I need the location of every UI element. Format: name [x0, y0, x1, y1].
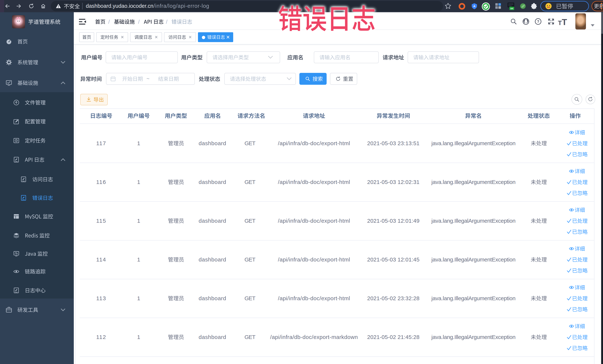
- svg-text:on: on: [510, 7, 513, 10]
- svg-text:?: ?: [537, 20, 539, 23]
